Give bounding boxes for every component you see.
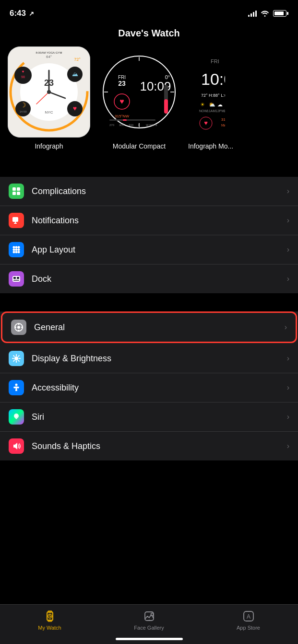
- app-store-tab-icon: A: [242, 610, 255, 623]
- siri-icon: [9, 409, 24, 425]
- face-label-infograph: Infograph: [35, 142, 63, 150]
- svg-point-97: [15, 384, 18, 386]
- menu-item-accessibility[interactable]: Accessibility ›: [0, 373, 298, 402]
- svg-text:⛰: ⛰: [72, 70, 78, 78]
- tab-face-gallery[interactable]: Face Gallery: [99, 610, 199, 631]
- svg-text:72° H:88° L:64°: 72° H:88° L:64°: [201, 93, 225, 98]
- svg-point-75: [13, 251, 15, 253]
- signal-icon: [248, 10, 257, 17]
- svg-rect-68: [18, 217, 21, 219]
- svg-point-73: [15, 249, 18, 251]
- siri-label: Siri: [32, 412, 287, 422]
- bottom-spacer: [0, 460, 298, 470]
- wifi-icon: [261, 10, 269, 17]
- svg-point-76: [15, 251, 18, 253]
- svg-text:23: 23: [44, 78, 54, 88]
- svg-point-74: [18, 249, 20, 251]
- svg-text:♥: ♥: [22, 69, 24, 74]
- display-chevron: ›: [287, 354, 289, 363]
- svg-point-85: [18, 330, 20, 331]
- my-watch-tab-icon: [43, 610, 57, 623]
- menu-item-complications[interactable]: Complications ›: [0, 177, 298, 206]
- location-icon: ↗: [29, 10, 34, 17]
- status-bar: 6:43 ↗: [0, 0, 298, 24]
- notifications-label: Notifications: [32, 216, 287, 226]
- svg-point-7: [47, 90, 51, 94]
- face-item-infograph[interactable]: ♥ 98 64° 72° 23 NYC 8:00AM YOGA·GYM ☽ 14…: [8, 46, 90, 150]
- svg-rect-79: [13, 277, 16, 279]
- menu-item-general[interactable]: General ›: [1, 311, 297, 343]
- svg-text:NYC: NYC: [45, 110, 53, 115]
- time-display: 6:43: [10, 9, 26, 18]
- svg-text:A: A: [246, 613, 250, 620]
- svg-point-72: [13, 249, 15, 251]
- complications-icon: [9, 184, 24, 199]
- tab-my-watch[interactable]: My Watch: [0, 610, 99, 631]
- svg-rect-44: [164, 99, 168, 114]
- face-item-infograph-modular[interactable]: FRI 10:0 72° H:88° L:64° ☀ ⛅ ☁ ☀ NOW 11A…: [188, 46, 233, 150]
- app-store-tab-label: App Store: [237, 625, 260, 631]
- general-icon: [11, 320, 26, 335]
- face-preview-infograph[interactable]: ♥ 98 64° 72° 23 NYC 8:00AM YOGA·GYM ☽ 14…: [8, 46, 90, 138]
- app-layout-chevron: ›: [287, 245, 289, 254]
- menu-item-dock[interactable]: Dock ›: [0, 264, 298, 293]
- svg-rect-65: [12, 217, 18, 222]
- my-watch-tab-label: My Watch: [38, 625, 61, 631]
- accessibility-chevron: ›: [287, 383, 289, 392]
- svg-text:NW: NW: [221, 124, 225, 127]
- status-right-icons: [248, 10, 288, 17]
- svg-text:330: 330: [129, 124, 134, 126]
- svg-text:FRI: FRI: [211, 58, 219, 64]
- svg-text:NOW: NOW: [199, 109, 208, 113]
- battery-icon: [273, 10, 288, 17]
- svg-line-106: [50, 616, 51, 617]
- menu-item-display[interactable]: Display & Brightness ›: [0, 344, 298, 373]
- sounds-label: Sounds & Haptics: [32, 441, 287, 451]
- svg-text:☀: ☀: [200, 102, 205, 107]
- svg-text:315°: 315°: [221, 117, 225, 122]
- general-label: General: [34, 322, 285, 333]
- section-gap-1: [0, 160, 298, 177]
- svg-rect-61: [12, 187, 16, 191]
- face-preview-modular-compact[interactable]: 10:09 FRI 23 ♥ 315°NW 270 300 330: [98, 46, 180, 138]
- siri-chevron: ›: [287, 413, 289, 421]
- watch-faces-carousel[interactable]: ♥ 98 64° 72° 23 NYC 8:00AM YOGA·GYM ☽ 14…: [0, 46, 298, 160]
- menu-item-notifications[interactable]: Notifications ›: [0, 206, 298, 235]
- svg-rect-64: [17, 192, 20, 195]
- svg-text:☽: ☽: [20, 101, 26, 109]
- svg-line-94: [18, 360, 19, 361]
- svg-line-95: [18, 356, 19, 356]
- dock-label: Dock: [32, 274, 287, 284]
- svg-rect-78: [12, 276, 20, 282]
- svg-point-88: [14, 356, 18, 360]
- complications-label: Complications: [32, 186, 287, 196]
- menu-item-app-layout[interactable]: App Layout ›: [0, 235, 298, 264]
- svg-text:11AM: 11AM: [207, 109, 215, 113]
- svg-point-71: [18, 246, 20, 249]
- svg-text:270: 270: [109, 124, 115, 126]
- face-preview-infograph-modular[interactable]: FRI 10:0 72° H:88° L:64° ☀ ⛅ ☁ ☀ NOW 11A…: [196, 46, 225, 138]
- notifications-icon: [9, 213, 24, 228]
- face-gallery-tab-icon: [143, 610, 156, 623]
- section-2: General › Display & Brightness ›: [0, 311, 298, 460]
- menu-item-sounds[interactable]: Sounds & Haptics ›: [0, 432, 298, 460]
- svg-rect-36: [123, 119, 127, 121]
- svg-text:8:00AM YOGA·GYM: 8:00AM YOGA·GYM: [36, 51, 62, 54]
- face-gallery-tab-label: Face Gallery: [134, 625, 164, 631]
- app-layout-label: App Layout: [32, 245, 287, 255]
- tab-app-store[interactable]: A App Store: [199, 610, 298, 631]
- svg-rect-62: [17, 187, 20, 191]
- svg-point-70: [15, 246, 18, 249]
- display-icon: [9, 351, 24, 366]
- svg-text:☁: ☁: [217, 102, 223, 107]
- svg-point-77: [18, 251, 20, 253]
- svg-marker-99: [13, 443, 17, 449]
- svg-text:⛅: ⛅: [209, 101, 215, 108]
- menu-item-siri[interactable]: Siri ›: [0, 402, 298, 432]
- sounds-icon: [9, 438, 24, 454]
- status-time: 6:43 ↗: [10, 9, 34, 18]
- svg-text:72°: 72°: [74, 57, 81, 62]
- section-1: Complications › Notifications ›: [0, 177, 298, 293]
- face-item-modular-compact[interactable]: 10:09 FRI 23 ♥ 315°NW 270 300 330: [98, 46, 180, 150]
- svg-point-69: [13, 246, 15, 249]
